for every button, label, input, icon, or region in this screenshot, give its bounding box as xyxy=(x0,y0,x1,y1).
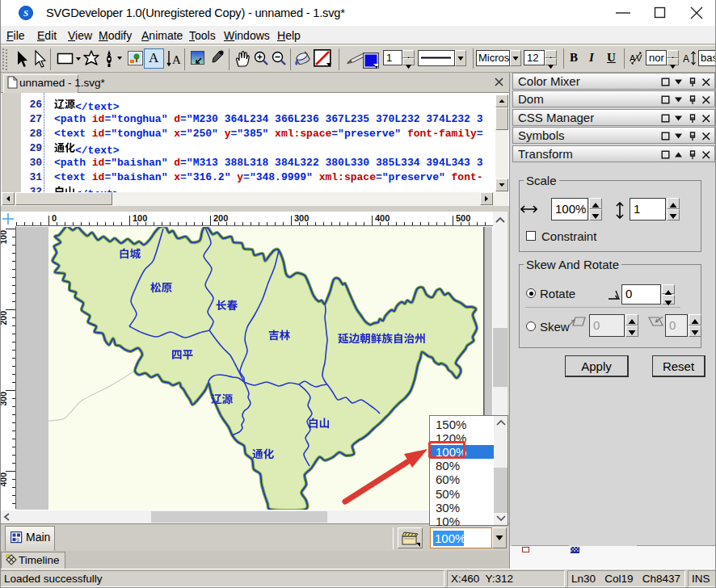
svg-text:0: 0 xyxy=(52,213,57,223)
svg-text:300: 300 xyxy=(294,213,309,223)
svg-text:400: 400 xyxy=(0,472,8,487)
svg-text:A: A xyxy=(172,53,181,66)
svg-text:A: A xyxy=(630,53,636,63)
svg-text:9: 9 xyxy=(16,537,19,543)
svg-text:200: 200 xyxy=(0,311,8,326)
svg-text:A: A xyxy=(683,53,689,65)
svg-text:400: 400 xyxy=(375,213,390,223)
svg-text:100: 100 xyxy=(0,230,8,245)
svg-text:200: 200 xyxy=(213,213,228,223)
svg-text:S: S xyxy=(23,8,28,18)
svg-text:500: 500 xyxy=(456,213,470,223)
svg-text:300: 300 xyxy=(0,392,8,406)
svg-text:100: 100 xyxy=(133,213,147,223)
